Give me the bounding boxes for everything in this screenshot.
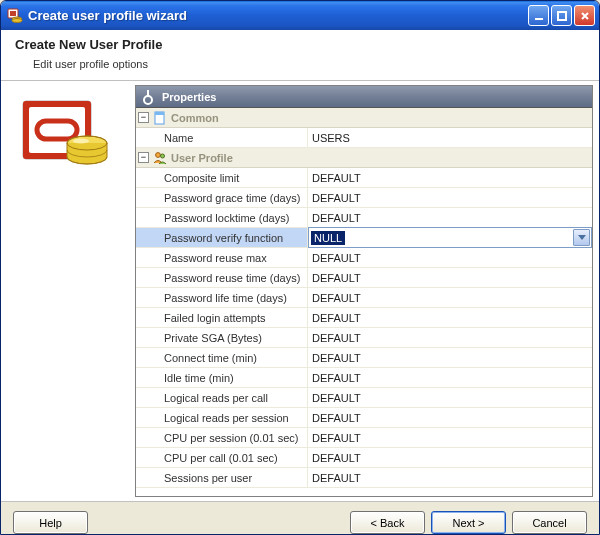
property-value[interactable]: DEFAULT xyxy=(308,288,592,307)
property-password-grace-time[interactable]: Password grace time (days) DEFAULT xyxy=(136,188,592,208)
property-value[interactable]: DEFAULT xyxy=(308,168,592,187)
property-cpu-per-call[interactable]: CPU per call (0.01 sec) DEFAULT xyxy=(136,448,592,468)
property-password-reuse-max[interactable]: Password reuse max DEFAULT xyxy=(136,248,592,268)
group-common-label: Common xyxy=(171,112,219,124)
property-value[interactable]: USERS xyxy=(308,128,592,147)
minimize-button[interactable] xyxy=(528,5,549,26)
property-value-dropdown[interactable]: NULL xyxy=(308,227,592,248)
property-connect-time[interactable]: Connect time (min) DEFAULT xyxy=(136,348,592,368)
property-password-verify-function[interactable]: Password verify function NULL xyxy=(136,228,592,248)
property-label: Logical reads per session xyxy=(136,408,308,427)
property-value[interactable]: DEFAULT xyxy=(308,208,592,227)
svg-point-14 xyxy=(144,96,152,104)
maximize-button[interactable] xyxy=(551,5,572,26)
property-value[interactable]: DEFAULT xyxy=(308,368,592,387)
property-value[interactable]: DEFAULT xyxy=(308,348,592,367)
window-buttons xyxy=(528,5,595,26)
group-user-profile[interactable]: − User Profile xyxy=(136,148,592,168)
property-composite-limit[interactable]: Composite limit DEFAULT xyxy=(136,168,592,188)
property-failed-login-attempts[interactable]: Failed login attempts DEFAULT xyxy=(136,308,592,328)
properties-header: Properties xyxy=(136,86,592,108)
property-value[interactable]: DEFAULT xyxy=(308,408,592,427)
close-button[interactable] xyxy=(574,5,595,26)
help-button[interactable]: Help xyxy=(13,511,88,534)
page-subtitle: Edit user profile options xyxy=(33,58,585,70)
property-value[interactable]: DEFAULT xyxy=(308,268,592,287)
property-private-sga[interactable]: Private SGA (Bytes) DEFAULT xyxy=(136,328,592,348)
svg-point-3 xyxy=(12,18,22,22)
back-button[interactable]: < Back xyxy=(350,511,425,534)
property-label: Private SGA (Bytes) xyxy=(136,328,308,347)
property-label: Password life time (days) xyxy=(136,288,308,307)
property-label: Sessions per user xyxy=(136,468,308,487)
property-logical-reads-per-call[interactable]: Logical reads per call DEFAULT xyxy=(136,388,592,408)
svg-point-17 xyxy=(156,152,161,157)
properties-title: Properties xyxy=(162,91,216,103)
property-value[interactable]: DEFAULT xyxy=(308,388,592,407)
property-value[interactable]: DEFAULT xyxy=(308,468,592,487)
property-label: CPU per session (0.01 sec) xyxy=(136,428,308,447)
property-label: Password locktime (days) xyxy=(136,208,308,227)
svg-rect-16 xyxy=(155,112,164,115)
property-label: Password reuse time (days) xyxy=(136,268,308,287)
properties-panel: Properties − Common Name USERS − xyxy=(135,85,593,497)
property-label: CPU per call (0.01 sec) xyxy=(136,448,308,467)
property-label: Password reuse max xyxy=(136,248,308,267)
property-label: Password grace time (days) xyxy=(136,188,308,207)
group-common[interactable]: − Common xyxy=(136,108,592,128)
chevron-down-icon[interactable] xyxy=(573,229,590,246)
property-value[interactable]: DEFAULT xyxy=(308,188,592,207)
window-title: Create user profile wizard xyxy=(28,8,528,23)
property-password-life-time[interactable]: Password life time (days) DEFAULT xyxy=(136,288,592,308)
selected-value: NULL xyxy=(311,231,345,245)
title-bar: Create user profile wizard xyxy=(1,1,599,30)
wizard-body: Properties − Common Name USERS − xyxy=(1,81,599,501)
property-label: Password verify function xyxy=(136,228,308,247)
wizard-footer: Help < Back Next > Cancel xyxy=(1,501,599,535)
property-value[interactable]: DEFAULT xyxy=(308,308,592,327)
wizard-header: Create New User Profile Edit user profil… xyxy=(1,30,599,81)
svg-rect-4 xyxy=(535,18,543,20)
property-sessions-per-user[interactable]: Sessions per user DEFAULT xyxy=(136,468,592,488)
property-label: Name xyxy=(136,128,308,147)
app-icon xyxy=(7,8,23,24)
property-label: Idle time (min) xyxy=(136,368,308,387)
page-title: Create New User Profile xyxy=(15,37,585,52)
property-label: Logical reads per call xyxy=(136,388,308,407)
properties-icon xyxy=(140,89,156,105)
svg-point-18 xyxy=(161,154,165,158)
next-button[interactable]: Next > xyxy=(431,511,506,534)
page-icon xyxy=(153,111,167,125)
property-value[interactable]: DEFAULT xyxy=(308,428,592,447)
svg-point-12 xyxy=(73,139,89,144)
property-name[interactable]: Name USERS xyxy=(136,128,592,148)
property-cpu-per-session[interactable]: CPU per session (0.01 sec) DEFAULT xyxy=(136,428,592,448)
property-grid[interactable]: − Common Name USERS − User P xyxy=(136,108,592,496)
group-user-profile-label: User Profile xyxy=(171,152,233,164)
cancel-button[interactable]: Cancel xyxy=(512,511,587,534)
collapse-icon[interactable]: − xyxy=(138,152,149,163)
property-label: Composite limit xyxy=(136,168,308,187)
property-value[interactable]: DEFAULT xyxy=(308,448,592,467)
property-value[interactable]: DEFAULT xyxy=(308,248,592,267)
collapse-icon[interactable]: − xyxy=(138,112,149,123)
users-icon xyxy=(153,151,167,165)
property-label: Failed login attempts xyxy=(136,308,308,327)
svg-rect-5 xyxy=(558,12,566,20)
property-value[interactable]: DEFAULT xyxy=(308,328,592,347)
property-logical-reads-per-session[interactable]: Logical reads per session DEFAULT xyxy=(136,408,592,428)
property-password-reuse-time[interactable]: Password reuse time (days) DEFAULT xyxy=(136,268,592,288)
database-icon xyxy=(19,97,115,183)
property-idle-time[interactable]: Idle time (min) DEFAULT xyxy=(136,368,592,388)
property-password-locktime[interactable]: Password locktime (days) DEFAULT xyxy=(136,208,592,228)
property-label: Connect time (min) xyxy=(136,348,308,367)
wizard-image-panel xyxy=(7,85,135,497)
svg-rect-1 xyxy=(10,11,16,16)
